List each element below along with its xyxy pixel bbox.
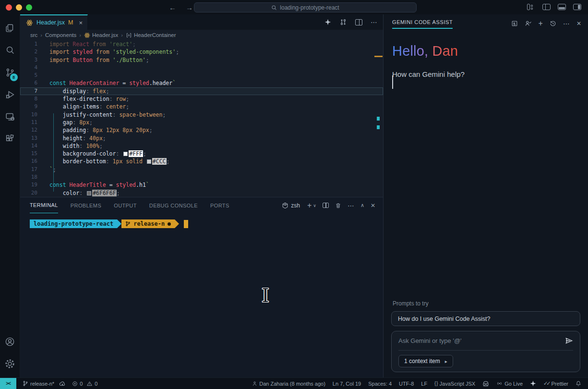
- editor-more-actions-icon[interactable]: ⋯: [371, 18, 377, 26]
- terminal-profile-chevron-icon[interactable]: ∨: [313, 203, 316, 208]
- notifications-item[interactable]: [576, 380, 581, 387]
- explorer-icon[interactable]: [0, 17, 20, 39]
- code-line[interactable]: 1import React from 'react';: [20, 40, 383, 48]
- toggle-panel-icon[interactable]: [558, 4, 566, 10]
- forward-arrow-icon[interactable]: →: [186, 3, 193, 12]
- code-line[interactable]: 17`;: [20, 166, 383, 173]
- line-number[interactable]: 12: [20, 126, 37, 134]
- cursor-position-item[interactable]: Ln 7, Col 19: [333, 381, 361, 387]
- indentation-item[interactable]: Spaces: 4: [368, 381, 392, 387]
- color-swatch[interactable]: [123, 152, 128, 156]
- remote-indicator[interactable]: ><: [0, 378, 16, 389]
- problems-status-item[interactable]: 0 0: [72, 381, 97, 387]
- minimize-window-button[interactable]: [16, 4, 22, 11]
- run-debug-icon[interactable]: [0, 84, 20, 106]
- language-mode-item[interactable]: { } JavaScript JSX: [434, 381, 475, 387]
- line-number[interactable]: 20: [20, 189, 37, 197]
- zoom-window-button[interactable]: [26, 4, 32, 11]
- line-number[interactable]: 11: [20, 119, 37, 126]
- back-arrow-icon[interactable]: ←: [169, 3, 176, 12]
- line-number[interactable]: 14: [20, 142, 37, 150]
- branch-status-item[interactable]: release-n*: [23, 380, 66, 387]
- code-line[interactable]: 16 border-bottom: 1px solid #CCC;: [20, 158, 383, 165]
- line-number[interactable]: 4: [20, 64, 37, 72]
- kill-terminal-trash-icon[interactable]: [335, 202, 341, 209]
- line-number[interactable]: 15: [20, 150, 37, 158]
- code-line[interactable]: 6const HeaderContainer = styled.header`: [20, 79, 383, 87]
- close-gemini-panel-icon[interactable]: ✕: [576, 20, 581, 27]
- code-line[interactable]: 8 flex-direction: row;: [20, 95, 383, 103]
- close-panel-icon[interactable]: ✕: [371, 202, 375, 209]
- code-line[interactable]: 2import styled from 'styled-components';: [20, 48, 383, 56]
- line-number[interactable]: 6: [20, 79, 37, 87]
- code-line[interactable]: 5: [20, 72, 383, 79]
- code-line[interactable]: 15 background-color: #FFF;: [20, 150, 383, 158]
- send-icon[interactable]: [565, 337, 573, 344]
- go-live-item[interactable]: Go Live: [496, 380, 523, 387]
- code-line[interactable]: 13 height: 40px;: [20, 134, 383, 142]
- close-window-button[interactable]: [6, 4, 12, 11]
- terminal-shell-label[interactable]: zsh: [282, 202, 300, 209]
- settings-gear-icon[interactable]: [0, 353, 20, 375]
- new-chat-icon[interactable]: +: [539, 19, 543, 28]
- tab-ports[interactable]: PORTS: [210, 197, 229, 213]
- line-number[interactable]: 3: [20, 56, 37, 64]
- line-number[interactable]: 7: [20, 87, 37, 95]
- context-items-button[interactable]: 1 context item ▸: [398, 355, 453, 367]
- line-number[interactable]: 8: [20, 95, 37, 103]
- code-line[interactable]: 18: [20, 173, 383, 181]
- command-center-search[interactable]: loading-prototype-react: [194, 2, 417, 12]
- tab-close-icon[interactable]: ×: [79, 19, 83, 26]
- code-line[interactable]: 4: [20, 64, 383, 72]
- gemini-sparkle-icon[interactable]: [324, 19, 331, 25]
- tab-problems[interactable]: PROBLEMS: [71, 197, 101, 213]
- line-number[interactable]: 13: [20, 134, 37, 142]
- code-line[interactable]: 14 width: 100%;: [20, 142, 383, 150]
- code-line[interactable]: 11 gap: 8px;: [20, 119, 383, 126]
- encoding-item[interactable]: UTF-8: [399, 381, 414, 387]
- toggle-primary-sidebar-icon[interactable]: [542, 4, 551, 10]
- account-icon[interactable]: [0, 330, 20, 353]
- tab-terminal[interactable]: TERMINAL: [30, 197, 58, 213]
- breadcrumb-components[interactable]: Components: [45, 32, 76, 38]
- line-number[interactable]: 5: [20, 72, 37, 79]
- line-number[interactable]: 1: [20, 40, 37, 48]
- line-number[interactable]: 16: [20, 158, 37, 165]
- copilot-status-item[interactable]: [482, 381, 489, 387]
- split-terminal-icon[interactable]: [323, 203, 329, 208]
- remote-explorer-icon[interactable]: [0, 106, 20, 128]
- breadcrumb-src[interactable]: src: [30, 32, 37, 38]
- code-line[interactable]: 10 justify-content: space-between;: [20, 111, 383, 119]
- line-number[interactable]: 17: [20, 166, 37, 173]
- breadcrumb-file[interactable]: Header.jsx: [84, 32, 118, 38]
- line-number[interactable]: 10: [20, 111, 37, 119]
- tab-output[interactable]: OUTPUT: [114, 197, 137, 213]
- gemini-more-actions-icon[interactable]: ⋯: [563, 20, 570, 27]
- code-line[interactable]: 3import Button from './Button';: [20, 56, 383, 64]
- prettier-status-item[interactable]: ✓✓ Prettier: [543, 380, 568, 387]
- line-number[interactable]: 2: [20, 48, 37, 56]
- panel-more-actions-icon[interactable]: ⋯: [348, 202, 354, 209]
- breadcrumb-symbol[interactable]: HeaderContainer: [126, 32, 176, 38]
- code-editor[interactable]: 1import React from 'react';2import style…: [20, 40, 383, 197]
- changelog-icon[interactable]: [511, 20, 518, 27]
- customize-layout-icon[interactable]: [527, 4, 535, 11]
- code-line[interactable]: 20 color: #6F6F6F;: [20, 189, 383, 197]
- blame-status-item[interactable]: Dan Zaharia (8 months ago): [252, 381, 325, 387]
- line-number[interactable]: 9: [20, 103, 37, 110]
- suggested-prompt-chip[interactable]: How do I use Gemini Code Assist?: [391, 311, 580, 326]
- toggle-secondary-sidebar-icon[interactable]: [573, 4, 581, 10]
- open-changes-icon[interactable]: [339, 18, 347, 26]
- feedback-person-icon[interactable]: [525, 20, 532, 27]
- source-control-icon[interactable]: 8: [0, 61, 20, 84]
- split-editor-icon[interactable]: [355, 19, 362, 25]
- code-line[interactable]: 7 display: flex;: [20, 87, 383, 95]
- line-number[interactable]: 19: [20, 181, 37, 189]
- search-sidebar-icon[interactable]: [0, 39, 20, 61]
- color-swatch[interactable]: [87, 191, 91, 195]
- tab-header-jsx[interactable]: Header.jsx M ×: [20, 14, 88, 30]
- tab-debug-console[interactable]: DEBUG CONSOLE: [149, 197, 198, 213]
- eol-item[interactable]: LF: [421, 381, 427, 387]
- gemini-input-field[interactable]: Ask Gemini or type '@': [398, 337, 462, 344]
- maximize-panel-icon[interactable]: ∧: [360, 202, 364, 208]
